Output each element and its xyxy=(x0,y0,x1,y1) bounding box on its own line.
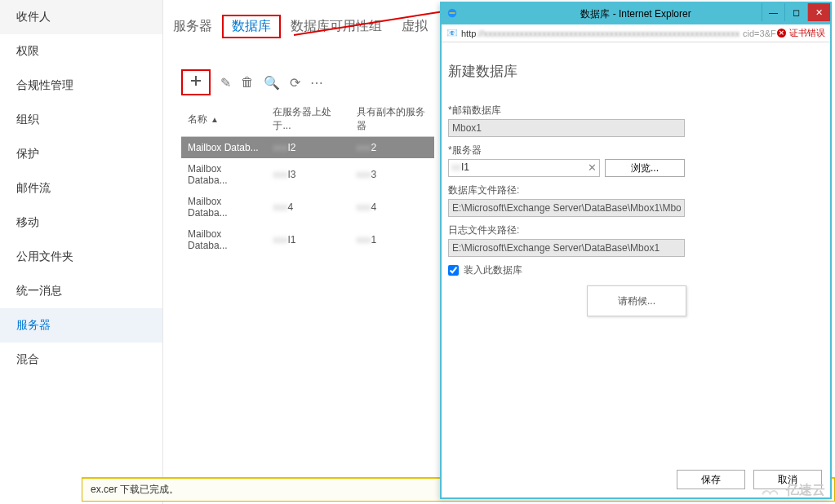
sidebar-item-label: 权限 xyxy=(16,44,39,57)
server-input[interactable] xyxy=(448,159,600,177)
maximize-button[interactable]: ◻ xyxy=(784,3,807,21)
watermark: 亿速云 xyxy=(757,482,825,499)
sidebar-item-label: 移动 xyxy=(16,215,39,228)
col-name-label: 名称 xyxy=(188,113,207,125)
col-copies[interactable]: 具有副本的服务器 xyxy=(350,102,434,137)
save-button[interactable]: 保存 xyxy=(677,470,745,489)
table-row[interactable]: Mailbox Databa... xxx4 xxx4 xyxy=(181,191,434,223)
sidebar-item-label: 邮件流 xyxy=(16,181,51,194)
table-row[interactable]: Mailbox Databa... xxxI3 xxx3 xyxy=(181,158,434,191)
sidebar-item-mailflow[interactable]: 邮件流 xyxy=(0,171,162,206)
sidebar-item-recipients[interactable]: 收件人 xyxy=(0,0,162,34)
toolbar: ✎ 🗑 🔍 ⟳ ⋯ xyxy=(181,69,323,95)
sort-asc-icon: ▲ xyxy=(211,115,219,124)
sidebar-item-label: 服务器 xyxy=(16,318,51,331)
cell-copies: xxx3 xyxy=(350,158,434,191)
sidebar-item-label: 收件人 xyxy=(16,10,51,23)
popup-heading: 新建数据库 xyxy=(448,62,824,81)
cert-error-label: 证书错误 xyxy=(789,27,825,39)
window-title: 数据库 - Internet Explorer xyxy=(580,7,691,21)
label-log-path: 日志文件夹路径: xyxy=(448,223,824,237)
table-row[interactable]: Mailbox Databa... xxxI1 xxx1 xyxy=(181,223,434,256)
download-text: ex.cer 下载已完成。 xyxy=(91,483,179,497)
label-db-path: 数据库文件路径: xyxy=(448,183,824,197)
addr-protocol: http xyxy=(461,29,476,38)
trash-icon[interactable]: 🗑 xyxy=(241,75,254,90)
sidebar-item-server[interactable]: 服务器 xyxy=(0,308,162,343)
sidebar-item-permissions[interactable]: 权限 xyxy=(0,34,162,69)
add-button-highlight xyxy=(181,69,211,95)
sidebar-item-compliance[interactable]: 合规性管理 xyxy=(0,69,162,103)
sidebar-item-label: 公用文件夹 xyxy=(16,250,73,263)
close-button[interactable]: ✕ xyxy=(807,3,830,21)
mailbox-db-input[interactable] xyxy=(448,119,685,137)
sidebar-item-label: 统一消息 xyxy=(16,284,62,297)
titlebar[interactable]: 数据库 - Internet Explorer — ◻ ✕ xyxy=(442,3,830,24)
address-bar[interactable]: 📧 http ://xxxxxxxxxxxxxxxxxxxxxxxxxxxxxx… xyxy=(442,24,830,42)
error-icon: ✕ xyxy=(777,29,786,38)
minimize-button[interactable]: — xyxy=(762,3,784,21)
col-active-on[interactable]: 在服务器上处于... xyxy=(266,102,349,137)
watermark-logo-icon xyxy=(757,484,781,498)
more-icon[interactable]: ⋯ xyxy=(310,75,323,91)
cell-copies: xxx2 xyxy=(350,137,434,159)
clear-icon[interactable]: ✕ xyxy=(588,161,597,174)
sidebar: 收件人 权限 合规性管理 组织 保护 邮件流 移动 公用文件夹 统一消息 服务器… xyxy=(0,0,163,504)
cell-active: xxxI3 xyxy=(266,158,349,191)
popup-body: 新建数据库 *邮箱数据库 *服务器 xxI1 ✕ 浏览... 数据库文件路径: … xyxy=(442,42,830,497)
sidebar-item-label: 混合 xyxy=(16,352,39,365)
label-server: *服务器 xyxy=(448,144,824,157)
server-value-suffix: I1 xyxy=(461,161,469,173)
wait-text: 请稍候... xyxy=(618,294,655,308)
page-icon: 📧 xyxy=(446,28,458,38)
plus-icon[interactable] xyxy=(189,76,202,90)
watermark-text: 亿速云 xyxy=(786,482,825,499)
sidebar-item-unified-messaging[interactable]: 统一消息 xyxy=(0,274,162,308)
table-row[interactable]: Mailbox Datab... xxxI2 xxx2 xyxy=(181,137,434,159)
cert-error[interactable]: ✕ 证书错误 xyxy=(777,27,825,39)
pencil-icon[interactable]: ✎ xyxy=(220,75,231,91)
sidebar-item-label: 合规性管理 xyxy=(16,78,73,91)
col-name[interactable]: 名称▲ xyxy=(181,102,266,137)
sidebar-item-mobile[interactable]: 移动 xyxy=(0,206,162,240)
cell-active: xxx4 xyxy=(266,191,349,223)
refresh-icon[interactable]: ⟳ xyxy=(290,75,300,91)
tab-database[interactable]: 数据库 xyxy=(222,15,281,38)
sidebar-item-protection[interactable]: 保护 xyxy=(0,137,162,171)
ie-icon xyxy=(446,7,458,19)
cell-active: xxxI2 xyxy=(266,137,349,159)
log-path-input[interactable] xyxy=(448,239,685,257)
sidebar-item-publicfolders[interactable]: 公用文件夹 xyxy=(0,240,162,274)
search-icon[interactable]: 🔍 xyxy=(264,75,280,91)
cell-name: Mailbox Databa... xyxy=(181,191,266,223)
svg-point-1 xyxy=(763,491,766,493)
cell-active: xxxI1 xyxy=(266,223,349,256)
sidebar-item-label: 组织 xyxy=(16,113,39,126)
label-mailbox-db: *邮箱数据库 xyxy=(448,104,824,117)
window-controls: — ◻ ✕ xyxy=(762,3,830,21)
cell-name: Mailbox Databa... xyxy=(181,223,266,256)
cell-name: Mailbox Databa... xyxy=(181,158,266,191)
addr-url-masked: ://xxxxxxxxxxxxxxxxxxxxxxxxxxxxxxxxxxxxx… xyxy=(476,29,740,38)
popup-window: 数据库 - Internet Explorer — ◻ ✕ 📧 http ://… xyxy=(440,2,832,499)
tab-server[interactable]: 服务器 xyxy=(163,15,222,38)
sidebar-item-organization[interactable]: 组织 xyxy=(0,103,162,137)
cell-name: Mailbox Datab... xyxy=(181,137,266,159)
browse-button[interactable]: 浏览... xyxy=(605,159,685,177)
wait-dialog: 请稍候... xyxy=(587,285,686,316)
cell-copies: xxx1 xyxy=(350,223,434,256)
db-path-input[interactable] xyxy=(448,199,685,217)
cell-copies: xxx4 xyxy=(350,191,434,223)
mount-checkbox[interactable] xyxy=(448,265,459,276)
sidebar-item-label: 保护 xyxy=(16,147,39,160)
sidebar-item-hybrid[interactable]: 混合 xyxy=(0,343,162,377)
mount-label: 装入此数据库 xyxy=(464,263,522,277)
database-table: 名称▲ 在服务器上处于... 具有副本的服务器 Mailbox Datab...… xyxy=(181,102,434,256)
addr-cid: cid=3&F xyxy=(743,29,776,38)
